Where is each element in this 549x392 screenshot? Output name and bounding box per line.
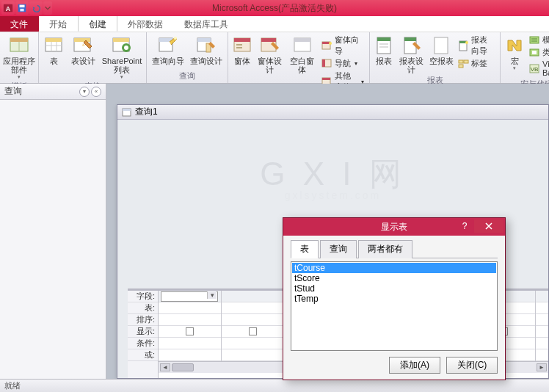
table-design-button[interactable]: 表设计 — [67, 34, 99, 65]
macro-icon — [503, 35, 526, 56]
dialog-title: 显示表 — [381, 221, 407, 233]
blank-form-icon — [291, 35, 313, 56]
ribbon-group-tables: 表 表设计 SharePoint 列表 ▾ 表格 — [39, 32, 147, 83]
sharepoint-lists-button[interactable]: SharePoint 列表 ▾ — [101, 34, 143, 80]
visual-basic-button[interactable]: VBVisual Basic — [527, 59, 549, 78]
svg-rect-14 — [74, 38, 90, 42]
report-wizard-button[interactable]: 报表向导 — [456, 34, 497, 57]
blank-report-icon — [430, 35, 452, 56]
quick-access-toolbar: A — [0, 1, 52, 15]
undo-icon[interactable] — [29, 1, 43, 15]
list-item[interactable]: tScore — [292, 273, 496, 283]
list-item[interactable]: tCourse — [292, 263, 496, 273]
svg-rect-52 — [459, 65, 463, 68]
svg-rect-28 — [236, 47, 242, 48]
scroll-left-icon[interactable]: ◄ — [160, 363, 170, 371]
dialog-tab-queries[interactable]: 查询 — [320, 240, 357, 258]
form-wizard-icon — [321, 40, 332, 51]
design-grid-column[interactable] — [536, 291, 548, 361]
svg-rect-51 — [464, 60, 468, 63]
labels-icon — [458, 58, 469, 69]
ribbon-group-macros: 宏 ▾ 模块 类模块 VBVisual Basic 宏与代码 — [501, 32, 549, 83]
module-button[interactable]: 模块 — [527, 34, 549, 46]
svg-rect-45 — [404, 37, 416, 41]
tab-home[interactable]: 开始 — [39, 16, 78, 32]
design-grid-row-labels: 字段: 表: 排序: 显示: 条件: 或: — [128, 291, 159, 378]
navigation-icon — [321, 58, 332, 69]
report-wizard-icon — [458, 40, 469, 51]
qat-customize-icon[interactable] — [43, 1, 52, 15]
macro-button[interactable]: 宏 ▾ — [503, 34, 526, 71]
scroll-right-icon[interactable]: ► — [537, 363, 547, 371]
tab-file[interactable]: 文件 — [0, 16, 39, 32]
design-grid-column[interactable] — [159, 291, 222, 361]
navigation-pane[interactable]: 查询 ▾ « — [0, 84, 106, 379]
labels-button[interactable]: 标签 — [456, 57, 497, 70]
chevron-down-icon: ▾ — [120, 74, 123, 80]
design-grid-column[interactable] — [222, 291, 285, 361]
form-wizard-button[interactable]: 窗体向导 — [319, 34, 366, 57]
show-checkbox[interactable] — [249, 327, 257, 335]
nav-dropdown-icon[interactable]: ▾ — [79, 87, 90, 97]
dialog-titlebar[interactable]: 显示表 ? — [283, 218, 505, 236]
nav-collapse-icon[interactable]: « — [91, 87, 101, 97]
watermark-subtext: gxlsystem.com — [285, 189, 382, 201]
show-checkbox[interactable] — [186, 327, 194, 335]
svg-rect-53 — [530, 37, 539, 43]
form-icon — [231, 35, 253, 56]
status-bar: 就绪 — [0, 379, 549, 392]
access-app-icon[interactable]: A — [1, 1, 15, 15]
report-button[interactable]: 报表 — [373, 34, 395, 65]
ribbon-group-reports: 报表 报表设计 空报表 报表向导 标签 报表 — [370, 32, 501, 83]
dialog-tab-both[interactable]: 两者都有 — [358, 240, 412, 258]
svg-rect-27 — [236, 44, 242, 46]
svg-rect-6 — [10, 38, 28, 42]
navigation-button[interactable]: 导航▾ — [319, 57, 366, 70]
ribbon-group-forms: 窗体 窗体设计 空白窗体 窗体向导 导航▾ 其他窗体▾ 窗体 — [228, 32, 370, 83]
blank-report-button[interactable]: 空报表 — [428, 34, 454, 65]
query-wizard-button[interactable]: 查询向导 — [150, 34, 186, 65]
chevron-down-icon: ▾ — [18, 74, 21, 80]
svg-point-21 — [174, 37, 177, 40]
subwindow-titlebar[interactable]: 查询1 — [117, 105, 548, 120]
application-parts-button[interactable]: 应用程序 部件 ▾ — [3, 34, 35, 80]
dialog-help-button[interactable]: ? — [457, 219, 473, 233]
svg-rect-41 — [377, 37, 390, 41]
status-text: 就绪 — [4, 380, 21, 391]
query-design-button[interactable]: 查询设计 — [188, 34, 225, 65]
tab-external-data[interactable]: 外部数据 — [117, 16, 174, 32]
ribbon-group-queries: 查询向导 查询设计 查询 — [147, 32, 228, 83]
tab-create[interactable]: 创建 — [78, 15, 117, 32]
svg-rect-61 — [123, 109, 131, 111]
dialog-tab-tables[interactable]: 表 — [291, 240, 319, 258]
table-icon — [43, 35, 65, 56]
list-item[interactable]: tTemp — [292, 294, 496, 304]
form-button[interactable]: 窗体 — [231, 34, 253, 65]
chevron-down-icon: ▾ — [513, 65, 516, 71]
app-title: Microsoft Access(产品激活失败) — [212, 2, 337, 15]
save-icon[interactable] — [15, 1, 29, 15]
class-module-button[interactable]: 类模块 — [527, 46, 549, 59]
close-button[interactable]: 关闭(C) — [446, 357, 498, 374]
scroll-thumb[interactable] — [172, 363, 194, 371]
add-button[interactable]: 添加(A) — [389, 357, 440, 374]
report-icon — [373, 35, 395, 56]
report-design-button[interactable]: 报表设计 — [396, 34, 426, 74]
table-design-icon — [72, 35, 94, 56]
svg-rect-9 — [46, 38, 62, 42]
dialog-table-list[interactable]: tCourse tScore tStud tTemp — [291, 261, 498, 351]
list-item[interactable]: tStud — [292, 283, 496, 294]
dialog-close-button[interactable] — [474, 219, 503, 233]
query-window-icon — [122, 107, 132, 117]
tab-database-tools[interactable]: 数据库工具 — [174, 16, 239, 32]
field-combo[interactable] — [161, 291, 218, 302]
svg-rect-16 — [113, 38, 129, 42]
blank-form-button[interactable]: 空白窗体 — [287, 34, 318, 74]
svg-rect-30 — [261, 38, 276, 42]
table-button[interactable]: 表 — [42, 34, 65, 65]
form-design-button[interactable]: 窗体设计 — [255, 34, 286, 74]
svg-rect-26 — [234, 38, 250, 42]
navigation-pane-title: 查询 — [4, 85, 22, 98]
navigation-pane-header[interactable]: 查询 ▾ « — [0, 84, 106, 100]
svg-rect-50 — [459, 60, 463, 63]
